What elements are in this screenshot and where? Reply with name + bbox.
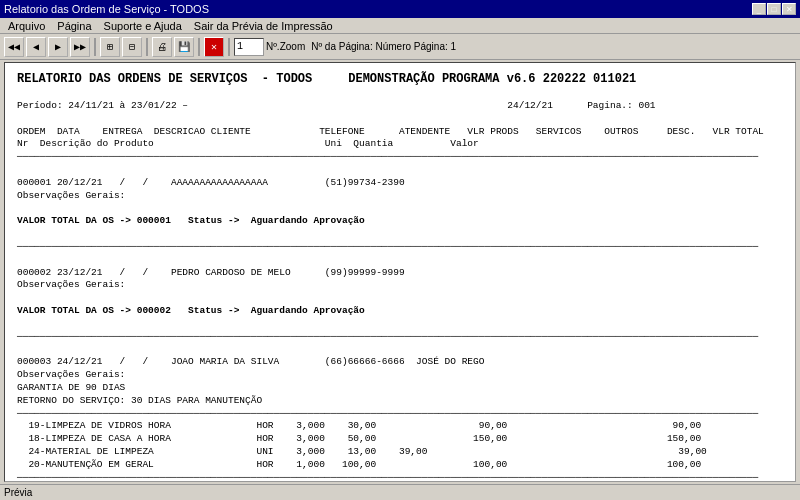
toolbar-btn-8[interactable]: 💾 bbox=[174, 37, 194, 57]
close-button[interactable]: ✕ bbox=[782, 3, 796, 15]
toolbar-btn-5[interactable]: ⊞ bbox=[100, 37, 120, 57]
toolbar-btn-3[interactable]: ▶ bbox=[48, 37, 68, 57]
page-number-input[interactable] bbox=[234, 38, 264, 56]
report-area[interactable]: RELATORIO DAS ORDENS DE SERVIÇOS - TODOS… bbox=[4, 62, 796, 482]
statusbar-label: Prévia bbox=[4, 487, 32, 498]
report-title-line: RELATORIO DAS ORDENS DE SERVIÇOS - TODOS… bbox=[17, 72, 636, 86]
title-bar-text: Relatorio das Ordem de Serviço - TODOS bbox=[4, 3, 209, 15]
toolbar-btn-7[interactable]: 🖨 bbox=[152, 37, 172, 57]
toolbar: ◀◀ ◀ ▶ ▶▶ ⊞ ⊟ 🖨 💾 ✕ Nº.Zoom Nº da Página… bbox=[0, 34, 800, 60]
title-bar: Relatorio das Ordem de Serviço - TODOS _… bbox=[0, 0, 800, 18]
report-content: RELATORIO DAS ORDENS DE SERVIÇOS - TODOS… bbox=[17, 71, 783, 482]
toolbar-btn-6[interactable]: ⊟ bbox=[122, 37, 142, 57]
toolbar-btn-2[interactable]: ◀ bbox=[26, 37, 46, 57]
toolbar-sep-2 bbox=[146, 38, 148, 56]
menu-pagina[interactable]: Página bbox=[51, 19, 97, 33]
toolbar-btn-4[interactable]: ▶▶ bbox=[70, 37, 90, 57]
page-label: Nº da Página: Número Página: 1 bbox=[311, 41, 456, 52]
statusbar: Prévia bbox=[0, 484, 800, 500]
toolbar-btn-1[interactable]: ◀◀ bbox=[4, 37, 24, 57]
menu-sair[interactable]: Sair da Prévia de Impressão bbox=[188, 19, 339, 33]
maximize-button[interactable]: □ bbox=[767, 3, 781, 15]
menu-suporte[interactable]: Suporte e Ajuda bbox=[98, 19, 188, 33]
toolbar-btn-close[interactable]: ✕ bbox=[204, 37, 224, 57]
toolbar-sep-1 bbox=[94, 38, 96, 56]
toolbar-sep-4 bbox=[228, 38, 230, 56]
main-window: Relatorio das Ordem de Serviço - TODOS _… bbox=[0, 0, 800, 500]
menu-arquivo[interactable]: Arquivo bbox=[2, 19, 51, 33]
title-bar-buttons: _ □ ✕ bbox=[752, 3, 796, 15]
toolbar-sep-3 bbox=[198, 38, 200, 56]
minimize-button[interactable]: _ bbox=[752, 3, 766, 15]
zoom-label: Nº.Zoom bbox=[266, 41, 305, 52]
menu-bar: Arquivo Página Suporte e Ajuda Sair da P… bbox=[0, 18, 800, 34]
